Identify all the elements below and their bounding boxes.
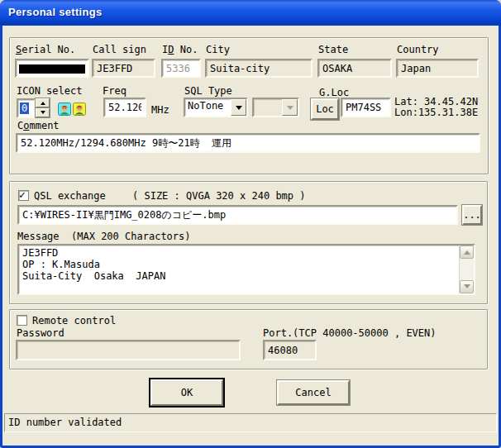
- chevron-down-icon: [236, 106, 242, 113]
- freq-input[interactable]: [103, 98, 146, 117]
- operator-icon-cyan: [58, 102, 71, 116]
- message-textarea[interactable]: JE3FFD OP : K.Masuda Suita-City Osaka JA…: [17, 244, 475, 295]
- comment-input[interactable]: [16, 133, 480, 153]
- state-field: OSAKA: [317, 59, 392, 78]
- chevron-down-icon: [287, 106, 293, 113]
- chevron-up-icon: [464, 247, 470, 255]
- status-bar: ID number validated: [4, 413, 497, 432]
- idno-label: ID No.: [162, 45, 198, 55]
- serial-label: Serial No.: [16, 45, 75, 55]
- icon-select-label: ICON select: [17, 86, 82, 97]
- callsign-label: Call sign: [93, 45, 146, 55]
- icon-number-value: 0: [20, 102, 29, 114]
- operator-icon-yellow: [73, 102, 86, 116]
- chevron-down-icon: [464, 284, 470, 292]
- cancel-button[interactable]: Cancel: [277, 380, 350, 405]
- personal-settings-dialog: Personal settings Serial No. Call sign I…: [0, 0, 501, 448]
- sql-type-combobox[interactable]: NoTone: [184, 98, 248, 117]
- sql-tone-combobox-disabled: [252, 98, 299, 117]
- scroll-up-button[interactable]: [460, 245, 474, 259]
- browse-button[interactable]: ...: [462, 205, 482, 225]
- loc-button[interactable]: Loc: [311, 98, 339, 120]
- ok-button[interactable]: OK: [150, 379, 223, 406]
- titlebar[interactable]: Personal settings: [0, 0, 501, 26]
- city-field: Suita-city: [205, 59, 313, 78]
- icon-spin-down-button[interactable]: [36, 108, 50, 117]
- message-label: Message (MAX 200 Charactors): [17, 231, 191, 242]
- message-scrollbar[interactable]: [459, 245, 474, 293]
- scroll-down-button[interactable]: [460, 280, 474, 293]
- comment-label: Comment: [17, 121, 60, 131]
- password-label: Password: [17, 328, 64, 339]
- remote-control-label: Remote control: [32, 316, 116, 326]
- window-title: Personal settings: [8, 6, 102, 18]
- serial-redaction-bar: [19, 64, 85, 74]
- state-label: State: [318, 45, 348, 55]
- port-label: Port.(TCP 40000-50000 , EVEN): [263, 328, 437, 339]
- country-label: Country: [397, 45, 439, 55]
- longitude-text: Lon:135.31.38E: [394, 107, 478, 118]
- qsl-exchange-checkbox[interactable]: [18, 190, 29, 201]
- qsl-size-note: ( SIZE : QVGA 320 x 240 bmp ): [132, 191, 306, 202]
- sql-type-dropdown-button[interactable]: [231, 99, 246, 116]
- remote-control-checkbox[interactable]: [17, 315, 27, 326]
- country-field: Japan: [396, 59, 479, 78]
- freq-unit-label: MHz: [151, 105, 169, 116]
- serial-input[interactable]: [15, 59, 89, 78]
- sql-type-label: SQL Type: [184, 86, 232, 97]
- port-input: [263, 340, 317, 360]
- sql-type-value: NoTone: [188, 100, 223, 112]
- qsl-image-path-input[interactable]: [17, 205, 458, 225]
- city-label: City: [206, 45, 230, 55]
- grid-locator-input[interactable]: [341, 98, 391, 117]
- freq-label: Freq: [103, 86, 126, 97]
- password-input: [16, 340, 241, 360]
- up-arrow-icon: [41, 99, 45, 105]
- icon-number-input[interactable]: 0: [17, 98, 36, 118]
- down-arrow-icon: [41, 111, 45, 117]
- sql-tone-dropdown-button: [282, 99, 298, 116]
- callsign-field: JE3FFD: [92, 59, 155, 78]
- idno-field: 5336: [161, 59, 201, 78]
- message-box: JE3FFD OP : K.Masuda Suita-City Osaka JA…: [17, 244, 475, 295]
- qsl-exchange-label: QSL exchange: [34, 191, 106, 202]
- icon-spin-up-button[interactable]: [36, 98, 50, 107]
